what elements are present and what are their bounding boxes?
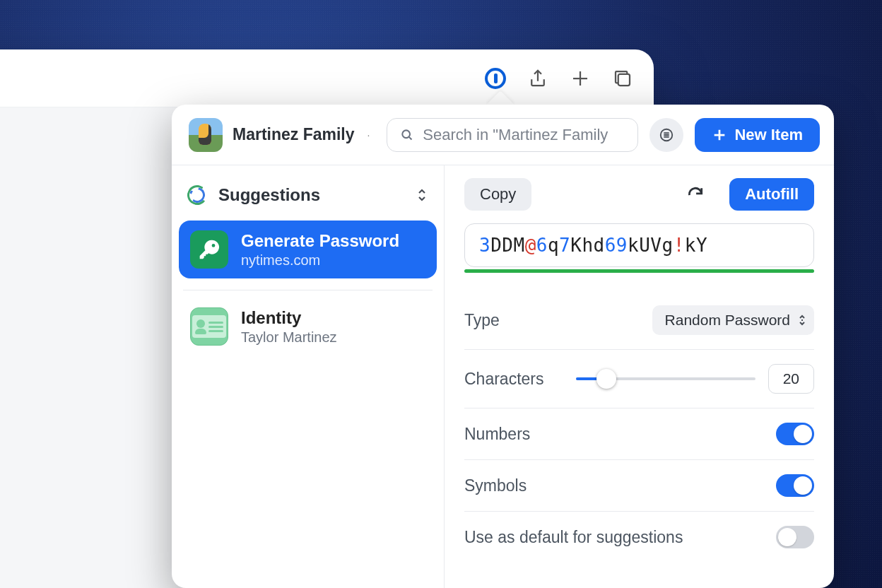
autofill-button[interactable]: Autofill [729, 178, 814, 211]
refresh-icon [686, 185, 705, 204]
divider [183, 290, 433, 290]
numbers-toggle[interactable] [776, 423, 814, 445]
svg-rect-0 [618, 74, 630, 85]
plus-icon [712, 127, 727, 143]
copy-button[interactable]: Copy [464, 178, 531, 211]
onepassword-icon [485, 68, 506, 89]
slider-thumb[interactable] [596, 369, 616, 389]
sidebar: Suggestions Generate Password nytimes.co… [172, 165, 445, 588]
setting-default: Use as default for suggestions [464, 512, 814, 563]
new-item-label: New Item [734, 126, 803, 144]
sidebar-item-subtitle: nytimes.com [241, 252, 399, 269]
sidebar-item-subtitle: Taylor Martinez [241, 329, 337, 346]
popup-header: Martinez Family · New Item [172, 105, 834, 165]
onepassword-popup: Martinez Family · New Item Suggestions [172, 105, 834, 588]
generated-password-field[interactable]: 3DDM@6q7Khd69kUVg!kY [464, 223, 814, 267]
characters-slider[interactable] [576, 369, 755, 389]
setting-label: Symbols [464, 476, 527, 495]
default-toggle[interactable] [776, 526, 814, 548]
share-icon[interactable] [527, 67, 549, 90]
suggestions-icon [187, 185, 207, 205]
setting-label: Type [464, 311, 500, 330]
search-input[interactable] [423, 126, 625, 144]
strength-bar [464, 269, 814, 273]
key-icon [190, 230, 228, 269]
action-row: Copy Autofill [464, 178, 814, 211]
autofill-label: Autofill [745, 185, 799, 204]
setting-symbols: Symbols [464, 460, 814, 512]
sidebar-section-title: Suggestions [218, 185, 320, 205]
setting-label: Use as default for suggestions [464, 528, 683, 547]
sidebar-item-generate-password[interactable]: Generate Password nytimes.com [179, 220, 437, 278]
refresh-button[interactable] [683, 182, 708, 207]
symbols-toggle[interactable] [776, 474, 814, 497]
search-icon [400, 127, 414, 143]
plus-icon[interactable] [569, 67, 592, 90]
vault-name: Martinez Family [233, 125, 355, 144]
popup-body: Suggestions Generate Password nytimes.co… [172, 165, 834, 588]
setting-characters: Characters 20 [464, 350, 814, 408]
sidebar-section-header[interactable]: Suggestions [179, 172, 437, 220]
setting-label: Characters [464, 370, 543, 389]
setting-type: Type Random Password [464, 291, 814, 350]
chevron-down-icon: · [368, 129, 370, 141]
list-icon [659, 127, 674, 143]
vault-avatar-icon [189, 118, 223, 152]
identity-icon [190, 307, 228, 346]
type-select[interactable]: Random Password [652, 305, 814, 335]
setting-numbers: Numbers [464, 408, 814, 460]
new-item-button[interactable]: New Item [695, 118, 820, 152]
tabs-icon[interactable] [611, 67, 634, 90]
sidebar-item-title: Identity [241, 308, 337, 328]
type-value: Random Password [665, 312, 790, 329]
setting-label: Numbers [464, 425, 530, 444]
browser-toolbar [0, 49, 654, 107]
onepassword-toolbar-icon[interactable] [484, 67, 507, 90]
vault-selector[interactable]: Martinez Family · [186, 115, 375, 155]
sort-updown-icon[interactable] [416, 187, 428, 203]
settings-button[interactable] [649, 118, 683, 152]
copy-label: Copy [480, 185, 516, 204]
sidebar-item-title: Generate Password [241, 231, 399, 251]
svg-point-1 [403, 130, 411, 138]
characters-count[interactable]: 20 [768, 364, 814, 394]
search-field[interactable] [387, 118, 638, 152]
detail-pane: Copy Autofill 3DDM@6q7Khd69kUVg!kY Type … [445, 165, 834, 588]
sidebar-item-identity[interactable]: Identity Taylor Martinez [179, 298, 437, 355]
